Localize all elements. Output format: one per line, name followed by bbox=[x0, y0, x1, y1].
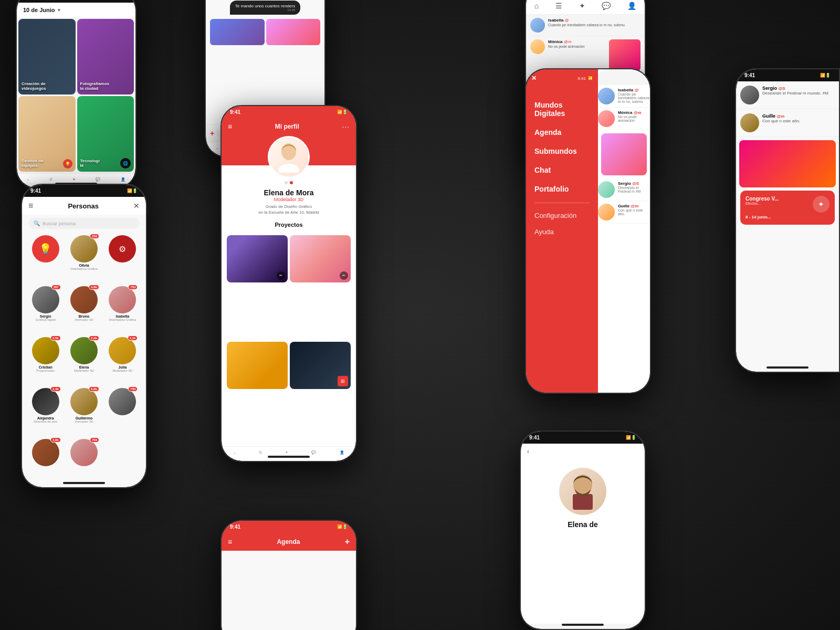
date-header: 10 de Junio ▼ bbox=[17, 3, 135, 17]
bottom-nav-topleft: ⌂ ☰ ✦ 💬 👤 bbox=[17, 173, 135, 183]
persona-alejandra[interactable]: 1,4k Alejandra Directora de arte bbox=[28, 388, 62, 435]
nav-chat-icon[interactable]: 💬 bbox=[602, 2, 611, 10]
search-icon: 🔍 bbox=[34, 220, 40, 226]
nav-globe[interactable]: ✦ bbox=[285, 450, 288, 455]
more-options-icon[interactable]: ··· bbox=[342, 122, 350, 131]
proyecto-2[interactable]: ✏ bbox=[290, 235, 351, 282]
bookmark-icon[interactable]: ⊞ bbox=[338, 376, 348, 386]
persona-bruno[interactable]: 4,8k Bruno Animador 3D bbox=[67, 286, 101, 333]
persona-cristian[interactable]: 2,5k Cristian Programador bbox=[28, 337, 62, 384]
persona-isabella[interactable]: 753 Isabella Diseñadora Gráfica bbox=[106, 286, 140, 333]
notch-agenda: 9:41 📶🔋 bbox=[222, 521, 356, 533]
category-gestion[interactable]: Gestión deequipos 💡 bbox=[18, 96, 76, 172]
proyecto-1[interactable]: ✏ bbox=[227, 235, 288, 282]
back-icon[interactable]: ‹ bbox=[527, 448, 529, 455]
menu-item-chat[interactable]: Chat bbox=[534, 161, 590, 180]
feed-item-isabella: Isabella @ Cuando pe inevitablem cabeza … bbox=[598, 85, 650, 108]
time-perfil: 9:41 bbox=[230, 109, 240, 115]
feed-item-isabella: Isabella @ Cuando pe inevitablem cabeza … bbox=[526, 15, 645, 36]
proyectos-title: Proyectos bbox=[275, 222, 302, 228]
hamburger-icon[interactable]: ≡ bbox=[228, 122, 232, 131]
nav-home[interactable]: ⌂ bbox=[233, 450, 235, 455]
badge-count: 2,1k bbox=[128, 335, 138, 341]
close-icon[interactable]: ✕ bbox=[133, 202, 140, 210]
avatar-wrap: 2,5k bbox=[32, 337, 59, 364]
chevron-icon: ▼ bbox=[57, 8, 61, 13]
persona-extra2[interactable]: 3,8k bbox=[28, 439, 62, 479]
congreso-card[interactable]: Congreso V... Efectos... ✦ 8 - 14 junio.… bbox=[740, 191, 835, 225]
nav-user-icon[interactable]: 👤 bbox=[627, 2, 636, 10]
persona-julia[interactable]: 2,1k Julia Modelador 3D bbox=[106, 337, 140, 384]
nav-user[interactable]: 👤 bbox=[121, 177, 125, 182]
menu-item-submundos[interactable]: Submundos bbox=[534, 142, 590, 161]
menu-image-card bbox=[601, 133, 647, 175]
agenda-content bbox=[222, 551, 356, 630]
perfil-education: Grado de Diseño Gráficoen la Escuela de … bbox=[258, 204, 319, 215]
nav-globe-active[interactable]: ✦ bbox=[72, 177, 76, 182]
nav-globe-icon[interactable]: ✦ bbox=[579, 2, 585, 10]
nav-bookmark-icon[interactable]: ☰ bbox=[555, 2, 562, 10]
proyecto-3[interactable] bbox=[227, 342, 288, 389]
menu-item-portafolio[interactable]: Portafolio bbox=[534, 180, 590, 198]
menu-red-panel: ✕ 9:41 📶 Mundos Digitales Agenda Submund… bbox=[526, 69, 598, 393]
avatar-wrap: ⚙ bbox=[109, 235, 136, 262]
menu-item-mundos[interactable]: Mundos Digitales bbox=[534, 96, 590, 123]
persona-role: Modelador 3D bbox=[112, 369, 132, 372]
persona-extra3[interactable]: 769 bbox=[67, 439, 101, 479]
nav-bookmark[interactable]: ☰ bbox=[49, 177, 52, 182]
category-tech[interactable]: TecnologíM 🌐 bbox=[77, 96, 134, 172]
time-farright: 9:41 bbox=[744, 72, 755, 78]
personas-search[interactable]: 🔍 Buscar persona bbox=[28, 218, 140, 229]
category-foto[interactable]: Fotografiamosla ciudad bbox=[77, 19, 134, 94]
nav-user-active[interactable]: 👤 bbox=[340, 450, 344, 455]
nav-home-icon[interactable]: ⌂ bbox=[534, 2, 539, 10]
hamburger-icon[interactable]: ≡ bbox=[228, 538, 232, 546]
persona-elena[interactable]: 2,2k Elena Modelador 3D bbox=[67, 337, 101, 384]
feed-content: Isabella @ Cuando pe inevitablem cabeza … bbox=[548, 18, 640, 33]
persona-olivia[interactable]: 256 Olivia Diseñadora Gráfica bbox=[67, 235, 101, 282]
badge-count: 769 bbox=[90, 437, 99, 443]
card-logo: ✦ bbox=[813, 196, 830, 213]
add-icon[interactable]: + bbox=[345, 537, 350, 547]
card-text: Congreso V... Efectos... bbox=[746, 196, 779, 205]
avatar bbox=[32, 337, 59, 364]
dots-indicator bbox=[285, 181, 293, 184]
persona-extra1[interactable]: 750 bbox=[106, 388, 140, 435]
edit-icon[interactable]: ✏ bbox=[340, 271, 348, 280]
avatar-monica bbox=[530, 39, 545, 54]
feed-content: Sergio @S Deseando el Festival m mundo. … bbox=[762, 86, 828, 104]
menu-item-agenda[interactable]: Agenda bbox=[534, 123, 590, 142]
nav-home[interactable]: ⌂ bbox=[216, 146, 218, 150]
avatar: 💡 bbox=[32, 235, 59, 262]
avatar bbox=[109, 286, 136, 313]
menu-item-ayuda[interactable]: Ayuda bbox=[534, 224, 590, 240]
proyecto-4[interactable]: ⊞ bbox=[290, 342, 351, 389]
feed-content: Guille @m Con qué n este año. bbox=[618, 204, 650, 220]
nav-chat[interactable]: 💬 bbox=[96, 177, 100, 182]
persona-sergio[interactable]: 357 Sergio Grafista digital bbox=[28, 286, 62, 333]
dot-1 bbox=[285, 181, 288, 184]
nav-chat[interactable]: 💬 bbox=[311, 450, 316, 455]
fr-item-guille: Guille @m Con qué n este año. bbox=[736, 109, 839, 137]
personas-header: ≡ Personas ✕ bbox=[22, 197, 146, 215]
feed-content: Isabella @ Cuando pe inevitablem cabeza … bbox=[618, 88, 650, 104]
phone-perfil: 9:41 📶🔋 ≡ Mi perfil ··· bbox=[220, 105, 357, 462]
add-icon[interactable]: + bbox=[210, 129, 214, 138]
nav-bookmark[interactable]: ☰ bbox=[259, 450, 262, 455]
persona-name: Alejandra bbox=[37, 416, 54, 420]
category-videojuegos[interactable]: Creación devideojuegos bbox=[18, 19, 76, 94]
edit-icon[interactable]: ✏ bbox=[277, 271, 285, 280]
menu-items-container: Mundos Digitales Agenda Submundos Chat P… bbox=[526, 85, 598, 250]
menu-item-configuracion[interactable]: Configuración bbox=[534, 207, 590, 224]
persona-feature-sliders[interactable]: ⚙ bbox=[106, 235, 140, 282]
menu-content-panel: Isabella @ Cuando pe inevitablem cabeza … bbox=[598, 69, 650, 393]
avatar bbox=[70, 388, 98, 415]
persona-feature-lightbulb[interactable]: 💡 bbox=[28, 235, 62, 282]
persona-name: Isabella bbox=[116, 314, 129, 318]
persona-guillermo[interactable]: 6,8k Guillermo Animador 3D bbox=[67, 388, 101, 435]
bottom-nav-perfil: ⌂ ☰ ✦ 💬 👤 bbox=[222, 446, 356, 456]
notch-personas: 9:41 📶🔋 bbox=[22, 185, 146, 197]
agenda-title: Agenda bbox=[277, 538, 300, 545]
hamburger-icon[interactable]: ≡ bbox=[28, 201, 33, 211]
nav-home[interactable]: ⌂ bbox=[27, 177, 29, 182]
